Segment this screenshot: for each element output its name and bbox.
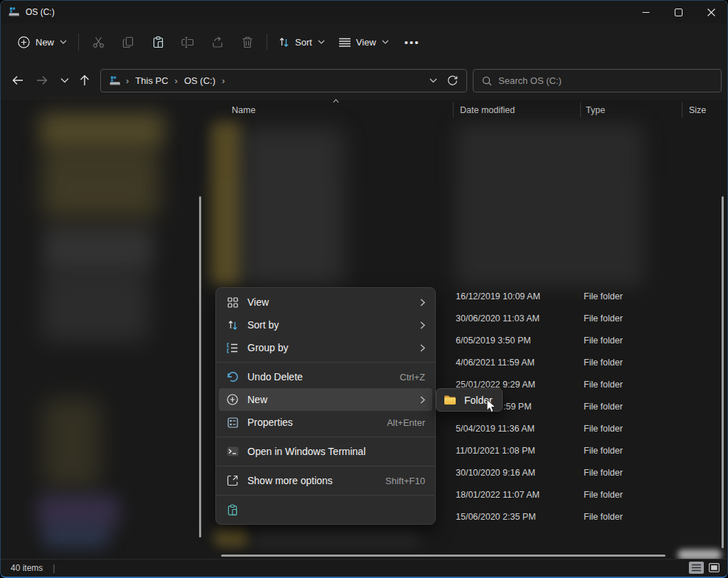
view-button-label: View — [356, 37, 376, 48]
menu-item-paste[interactable] — [219, 498, 432, 521]
redacted-file-names — [241, 127, 344, 287]
terminal-icon — [226, 446, 239, 456]
chevron-right-icon — [420, 299, 425, 306]
redacted-file-names — [211, 122, 241, 285]
menu-separator — [217, 437, 434, 437]
redacted-file-row — [214, 528, 248, 547]
minimize-button[interactable] — [629, 1, 662, 23]
column-header-date[interactable]: Date modified — [460, 101, 515, 119]
redacted-file-row — [251, 530, 422, 546]
rename-button[interactable] — [173, 30, 203, 54]
sort-arrows-icon — [226, 320, 239, 331]
menu-item-undo-delete[interactable]: Undo Delete Ctrl+Z — [219, 365, 432, 388]
redacted-nav-item — [42, 147, 159, 218]
menu-shortcut: Alt+Enter — [387, 417, 425, 428]
chevron-right-icon — [420, 344, 425, 352]
menu-item-sort-by[interactable]: Sort by — [219, 314, 432, 336]
menu-item-view[interactable]: View — [219, 291, 432, 314]
back-button[interactable] — [6, 69, 29, 92]
menu-shortcut: Ctrl+Z — [400, 372, 425, 382]
menu-item-label: Undo Delete — [247, 371, 303, 382]
undo-icon — [226, 372, 239, 382]
window-title: OS (C:) — [26, 7, 55, 17]
address-dropdown-icon[interactable] — [429, 78, 437, 83]
details-view-button[interactable] — [689, 562, 704, 574]
column-divider[interactable] — [453, 102, 454, 117]
column-header-name[interactable]: Name — [232, 101, 255, 119]
redacted-nav-item — [40, 113, 164, 147]
title-bar: OS (C:) — [1, 1, 727, 23]
menu-item-new[interactable]: New — [219, 388, 432, 411]
folder-icon — [444, 395, 456, 405]
sort-ascending-icon — [333, 99, 339, 103]
plus-circle-icon — [18, 36, 30, 48]
status-bar: 40 items | — [1, 559, 727, 577]
copy-button[interactable] — [113, 30, 143, 54]
redacted-nav-item — [42, 271, 149, 342]
drive-icon — [109, 75, 121, 87]
paste-button[interactable] — [143, 30, 173, 54]
properties-icon — [226, 417, 239, 428]
plus-circle-icon — [226, 394, 239, 405]
chevron-down-icon — [318, 40, 325, 44]
new-button[interactable]: New — [11, 31, 74, 54]
breadcrumb-chevron: › — [222, 75, 225, 86]
paste-icon — [226, 504, 239, 516]
context-menu: View Sort by G — [215, 287, 436, 525]
chevron-right-icon — [420, 396, 425, 404]
menu-item-label: View — [247, 296, 269, 308]
column-header-size[interactable]: Size — [689, 101, 706, 119]
breadcrumb-chevron: › — [175, 75, 178, 86]
menu-item-label: Properties — [247, 417, 293, 428]
menu-separator — [217, 362, 434, 363]
menu-item-open-in-windows-terminal[interactable]: Open in Windows Terminal — [219, 440, 432, 463]
up-button[interactable] — [73, 69, 96, 92]
menu-item-label: Group by — [247, 342, 289, 353]
items-count: 40 items — [11, 563, 43, 573]
column-divider[interactable] — [580, 102, 581, 117]
search-box[interactable] — [473, 69, 722, 92]
menu-item-properties[interactable]: Properties Alt+Enter — [219, 411, 432, 434]
column-divider[interactable] — [682, 102, 682, 117]
horizontal-scrollbar[interactable] — [221, 555, 665, 557]
mouse-cursor — [486, 399, 496, 414]
chevron-right-icon — [420, 321, 425, 329]
menu-item-label: New — [247, 394, 267, 405]
command-bar: New — [1, 23, 727, 60]
grid-view-icon — [226, 297, 239, 308]
refresh-icon[interactable] — [447, 75, 458, 86]
menu-item-label: Sort by — [247, 319, 279, 331]
group-list-icon — [226, 343, 239, 353]
sort-arrows-icon — [279, 37, 289, 48]
file-explorer-window: OS (C:) New — [0, 0, 728, 578]
menu-item-show-more-options[interactable]: Show more options Shift+F10 — [219, 469, 432, 492]
toolbar-separator — [78, 33, 79, 50]
share-button[interactable] — [203, 30, 232, 54]
see-more-button[interactable]: ••• — [396, 32, 429, 53]
breadcrumb-bar[interactable]: › This PC › OS (C:) › — [100, 69, 467, 92]
navpane-scrollbar[interactable] — [199, 196, 201, 537]
sort-button[interactable]: Sort — [272, 31, 332, 53]
delete-button[interactable] — [232, 30, 262, 54]
drive-icon — [9, 6, 20, 18]
menu-item-group-by[interactable]: Group by — [219, 336, 432, 359]
chevron-down-icon — [382, 40, 389, 44]
forward-button[interactable] — [31, 69, 53, 92]
close-button[interactable] — [695, 1, 727, 23]
view-button[interactable]: View — [332, 31, 396, 53]
redacted-nav-item — [42, 525, 109, 548]
cut-button[interactable] — [83, 30, 113, 54]
breadcrumb-this-pc[interactable]: This PC — [134, 74, 169, 87]
maximize-button[interactable] — [662, 1, 695, 23]
menu-shortcut: Shift+F10 — [385, 476, 425, 486]
column-header-type[interactable]: Type — [586, 101, 605, 119]
search-input[interactable] — [498, 75, 697, 86]
filelist-scrollbar[interactable] — [722, 196, 724, 548]
expand-icon — [226, 475, 239, 486]
chevron-down-icon — [60, 40, 67, 44]
status-divider: | — [53, 563, 55, 573]
large-icons-view-button[interactable] — [707, 562, 722, 574]
breadcrumb-os-c[interactable]: OS (C:) — [183, 74, 217, 87]
menu-item-label: Open in Windows Terminal — [247, 446, 365, 457]
redacted-nav-item — [43, 399, 100, 488]
